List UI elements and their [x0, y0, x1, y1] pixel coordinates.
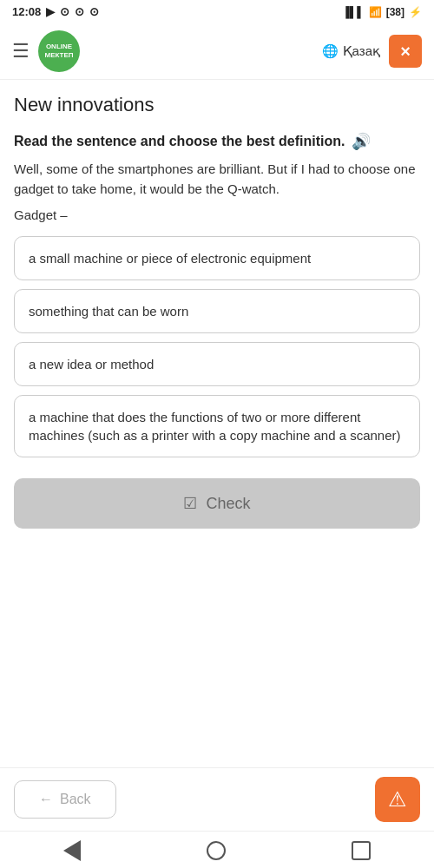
speaker-icon[interactable]: 🔊 [352, 132, 371, 151]
android-nav-bar [0, 831, 434, 868]
back-arrow-icon: ← [39, 792, 53, 807]
check-label: Check [206, 495, 250, 513]
android-recents-button[interactable] [352, 841, 371, 860]
warning-icon: ⚠ [388, 787, 407, 812]
wifi-icon: 📶 [369, 6, 382, 18]
signal-icon: ⊙ [60, 5, 69, 18]
close-button[interactable]: × [389, 35, 422, 68]
passage-text: Well, some of the smartphones are brilli… [14, 160, 420, 199]
time-display: 12:08 [12, 5, 41, 18]
option-1[interactable]: a small machine or piece of electronic e… [14, 236, 420, 280]
check-button[interactable]: ☑ Check [14, 478, 420, 529]
android-home-button[interactable] [207, 841, 226, 860]
logo: ONLINE МЕКТЕП [38, 30, 80, 72]
option-3[interactable]: a new idea or method [14, 342, 420, 386]
option-4[interactable]: a machine that does the functions of two… [14, 395, 420, 457]
check-icon: ☑ [183, 494, 197, 513]
warning-button[interactable]: ⚠ [375, 777, 420, 822]
android-back-button[interactable] [63, 840, 81, 861]
page-title: New innovations [14, 94, 420, 116]
globe-icon: 🌐 [322, 43, 339, 59]
back-button[interactable]: ← Back [14, 780, 116, 819]
word-label: Gadget – [14, 207, 420, 222]
main-content: New innovations Read the sentence and ch… [0, 80, 434, 546]
options-container: a small machine or piece of electronic e… [14, 236, 420, 457]
language-switcher[interactable]: 🌐 Қазақ [322, 43, 380, 59]
status-bar: 12:08 ▶ ⊙ ⊙ ⊙ ▐▌▌ 📶 [38] ⚡ [0, 0, 434, 23]
network-icon: ▐▌▌ [342, 6, 365, 18]
question-text: Read the sentence and choose the best de… [14, 134, 345, 149]
option-2[interactable]: something that can be worn [14, 289, 420, 333]
battery-icon: [38] [386, 6, 404, 18]
menu-icon[interactable]: ☰ [12, 40, 30, 62]
extra-icon: ⊙ [89, 5, 99, 18]
location-icon: ▶ [46, 5, 55, 18]
sync-icon: ⊙ [75, 5, 84, 18]
lang-label: Қазақ [343, 43, 380, 59]
charging-icon: ⚡ [409, 6, 422, 18]
question-label: Read the sentence and choose the best de… [14, 132, 420, 151]
back-label: Back [60, 792, 91, 807]
bottom-area: ← Back ⚠ [0, 767, 434, 831]
header: ☰ ONLINE МЕКТЕП 🌐 Қазақ × [0, 23, 434, 80]
